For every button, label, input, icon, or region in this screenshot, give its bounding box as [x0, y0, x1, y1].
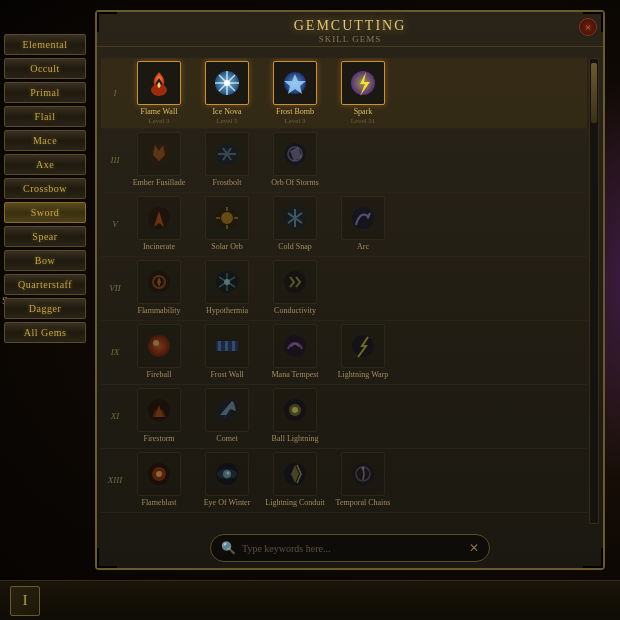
row-label: V — [105, 219, 125, 229]
gem-item-incinerate[interactable]: Incinerate — [129, 196, 189, 252]
svg-point-19 — [148, 335, 170, 357]
sidebar-item-all-gems[interactable]: All Gems — [4, 322, 86, 343]
sidebar-item-crossbow[interactable]: Crossbow — [4, 178, 86, 199]
sidebar-item-elemental[interactable]: Elemental — [4, 34, 86, 55]
svg-point-42 — [362, 467, 365, 470]
gem-item-coldsnap[interactable]: Cold Snap — [265, 196, 325, 252]
gem-name: Arc — [357, 242, 369, 252]
gem-item-firestorm[interactable]: Firestorm — [129, 388, 189, 444]
sidebar-item-occult[interactable]: Occult — [4, 58, 86, 79]
gem-icon — [205, 196, 249, 240]
gem-item-ember[interactable]: Ember Fusillade — [129, 132, 189, 188]
gem-icon — [205, 132, 249, 176]
scrollbar-thumb[interactable] — [591, 63, 597, 123]
gem-icon — [137, 452, 181, 496]
row-label: I — [105, 88, 125, 98]
corner-br — [583, 548, 603, 568]
gem-item-flammability[interactable]: Flammability — [129, 260, 189, 316]
gem-row-III: IIIEmber FusilladeFrostboltOrb of Storms — [101, 129, 587, 193]
gem-name: Flameblast — [141, 498, 176, 508]
gem-name: Flammability — [137, 306, 180, 316]
gem-icon — [273, 61, 317, 105]
sidebar-item-axe[interactable]: Axe — [4, 154, 86, 175]
gem-item-lightningconduit[interactable]: Lightning Conduit — [265, 452, 325, 508]
gem-icon — [137, 388, 181, 432]
gem-item-flame[interactable]: Flame WallLevel 3 — [129, 61, 189, 125]
gem-icon — [205, 260, 249, 304]
svg-point-34 — [156, 471, 162, 477]
gem-item-arc[interactable]: Arc — [333, 196, 393, 252]
gems-scroll-area: IFlame WallLevel 3Ice NovaLevel 5Frost B… — [101, 58, 587, 524]
gem-level-indicator[interactable]: I — [10, 586, 40, 616]
gems-grid: FirestormCometBall Lightning — [125, 388, 583, 444]
gem-name: Cold Snap — [278, 242, 312, 252]
search-clear-button[interactable]: ✕ — [469, 541, 479, 556]
gem-icon — [137, 324, 181, 368]
gem-name: Conductivity — [274, 306, 316, 316]
sidebar-item-spear[interactable]: Spear — [4, 226, 86, 247]
gem-item-frost[interactable]: Frost BombLevel 3 — [265, 61, 325, 125]
gem-name: Fireball — [147, 370, 172, 380]
svg-point-17 — [224, 279, 230, 285]
gem-icon — [273, 388, 317, 432]
gem-item-balllightning[interactable]: Ball Lightning — [265, 388, 325, 444]
gem-item-manatempest[interactable]: Mana Tempest — [265, 324, 325, 380]
gem-level: Level 51 — [351, 117, 376, 125]
gem-icon — [205, 61, 249, 105]
gem-name: Spark — [354, 107, 373, 117]
gem-item-flameblast[interactable]: Flameblast — [129, 452, 189, 508]
gem-item-eyeofwinter[interactable]: Eye of Winter — [197, 452, 257, 508]
gem-item-temporalchains[interactable]: Temporal Chains — [333, 452, 393, 508]
gem-name: Hypothermia — [206, 306, 248, 316]
scrollbar-track[interactable] — [589, 58, 599, 524]
sidebar-item-sword[interactable]: Sword — [4, 202, 86, 223]
gem-item-frostwall[interactable]: Frost Wall — [197, 324, 257, 380]
gem-item-orb[interactable]: Orb of Storms — [265, 132, 325, 188]
gem-icon — [341, 196, 385, 240]
gem-icon — [205, 388, 249, 432]
row-label: VII — [105, 283, 125, 293]
row-label: XI — [105, 411, 125, 421]
gem-item-lightningwarp[interactable]: Lightning Warp — [333, 324, 393, 380]
svg-rect-22 — [218, 341, 221, 351]
gem-item-ice[interactable]: Ice NovaLevel 5 — [197, 61, 257, 125]
svg-point-20 — [153, 340, 159, 346]
svg-point-2 — [224, 80, 230, 86]
close-button[interactable]: × — [579, 18, 597, 36]
panel-title: Gemcutting — [97, 18, 603, 34]
gem-item-frostbolt[interactable]: Frostbolt — [197, 132, 257, 188]
gem-name: Ember Fusillade — [133, 178, 186, 188]
gem-row-IX: IXFireballFrost WallMana TempestLightnin… — [101, 321, 587, 385]
sidebar-item-bow[interactable]: Bow — [4, 250, 86, 271]
sidebar-item-quarterstaff[interactable]: Quarterstaff — [4, 274, 86, 295]
gem-name: Frostbolt — [213, 178, 242, 188]
gem-item-fireball[interactable]: Fireball — [129, 324, 189, 380]
gem-item-comet[interactable]: Comet — [197, 388, 257, 444]
gem-name: Lightning Conduit — [265, 498, 324, 508]
gem-icon — [137, 61, 181, 105]
gem-row-XI: XIFirestormCometBall Lightning — [101, 385, 587, 449]
search-icon: 🔍 — [221, 541, 236, 556]
gem-item-conductivity[interactable]: Conductivity — [265, 260, 325, 316]
svg-point-25 — [284, 335, 306, 357]
gem-icon — [137, 260, 181, 304]
gem-icon — [273, 324, 317, 368]
search-input[interactable] — [242, 543, 463, 554]
gem-icon — [273, 132, 317, 176]
gem-name: Solar Orb — [211, 242, 242, 252]
gem-item-hypothermia[interactable]: Hypothermia — [197, 260, 257, 316]
gem-name: Temporal Chains — [336, 498, 391, 508]
gem-item-solar[interactable]: Solar Orb — [197, 196, 257, 252]
row-label: III — [105, 155, 125, 165]
gems-grid: Flame WallLevel 3Ice NovaLevel 5Frost Bo… — [125, 61, 583, 125]
corner-bl — [97, 548, 117, 568]
gems-grid: FlameblastEye of WinterLightning Conduit… — [125, 452, 583, 508]
sidebar-item-flail[interactable]: Flail — [4, 106, 86, 127]
gem-row-XIII: XIIIFlameblastEye of WinterLightning Con… — [101, 449, 587, 513]
sidebar-item-dagger[interactable]: Dagger — [4, 298, 86, 319]
gem-icon — [341, 61, 385, 105]
sidebar-item-mace[interactable]: Mace — [4, 130, 86, 151]
gem-item-spark[interactable]: SparkLevel 51 — [333, 61, 393, 125]
gem-name: Ball Lightning — [272, 434, 319, 444]
sidebar-item-primal[interactable]: Primal — [4, 82, 86, 103]
